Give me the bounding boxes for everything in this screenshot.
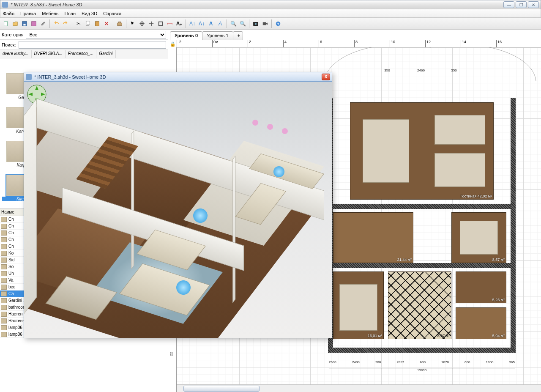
room-5[interactable]: 5,23 м² (456, 271, 506, 303)
undo-icon[interactable] (52, 19, 60, 28)
ruler-tick: 12 (425, 40, 431, 47)
dimension-label: 600 (464, 360, 470, 366)
select-icon[interactable] (128, 19, 137, 28)
catalog-tab[interactable]: Gardini (96, 50, 115, 58)
level-tabs: Уровень 0 Уровень 1 + (168, 30, 243, 40)
app-icon (2, 2, 8, 8)
search-row: Поиск: (0, 40, 168, 50)
dining-set[interactable] (363, 119, 409, 183)
item-icon (1, 244, 7, 249)
sofa[interactable] (434, 115, 485, 145)
plan-hscroll[interactable] (177, 384, 541, 392)
delete-icon[interactable]: ✕ (102, 19, 111, 28)
prefs-icon[interactable] (39, 19, 47, 28)
view3d-titlebar[interactable]: * INTER_3.sh3d - Sweet Home 3D X (24, 72, 332, 82)
create-room-icon[interactable] (156, 19, 165, 28)
item-icon (1, 312, 7, 317)
text-smaller-icon[interactable]: A↓ (197, 19, 206, 28)
ruler-tick: 16 (496, 40, 502, 47)
room-hall[interactable]: 8,97 м² (388, 271, 451, 339)
video-icon[interactable] (261, 19, 269, 28)
app-icon (26, 74, 32, 80)
create-walls-icon[interactable] (147, 19, 156, 28)
zoom-out-icon[interactable]: 🔍 (238, 19, 247, 28)
toolbar: ✂ ✕ A₊ A↑ A↓ A A 🔍 🔍 ? (0, 18, 541, 30)
item-icon (1, 237, 7, 242)
menu-edit[interactable]: Правка (20, 11, 36, 16)
ruler-tick: 10 (390, 40, 395, 47)
bed[interactable] (460, 221, 498, 255)
close-icon[interactable]: X (322, 74, 330, 80)
save-icon[interactable] (20, 19, 29, 28)
dimension-label: 2897 (397, 360, 404, 366)
open-icon[interactable] (11, 19, 19, 28)
menu-plan[interactable]: План (65, 11, 76, 16)
view3d-title: * INTER_3.sh3d - Sweet Home 3D (34, 74, 322, 79)
photo-icon[interactable] (251, 19, 260, 28)
tab-add-level[interactable]: + (233, 31, 243, 40)
view3d-window[interactable]: * INTER_3.sh3d - Sweet Home 3D X (24, 72, 332, 338)
copy-icon[interactable] (84, 19, 92, 28)
ruler-horizontal: -20м246810121416 (177, 40, 541, 47)
room-3[interactable]: 8,57 м² (451, 212, 506, 263)
main-titlebar: * INTER_3.sh3d - Sweet Home 3D — ❐ ✕ (0, 0, 541, 9)
menu-bar: Файл Правка Мебель План Вид 3D Справка (0, 9, 541, 18)
svg-rect-0 (4, 21, 8, 26)
menu-furniture[interactable]: Мебель (42, 11, 58, 16)
item-icon (1, 271, 7, 276)
tab-level0[interactable]: Уровень 0 (170, 31, 202, 40)
redo-icon[interactable] (61, 19, 70, 28)
ruler-tick: 8 (354, 40, 358, 47)
create-dim-icon[interactable] (166, 19, 174, 28)
text-bold-icon[interactable]: A (207, 19, 215, 28)
menu-help[interactable]: Справка (103, 11, 121, 16)
item-icon (1, 332, 7, 337)
paste-icon[interactable] (93, 19, 101, 28)
item-icon (1, 251, 7, 256)
help-icon[interactable]: ? (274, 19, 282, 28)
room-6[interactable]: 5,94 м² (456, 307, 506, 339)
bed[interactable] (339, 284, 377, 331)
item-icon (1, 278, 7, 283)
ruler-tick: 0м (212, 40, 218, 47)
create-text-icon[interactable]: A₊ (175, 19, 183, 28)
dimension-label: 1070 (441, 360, 449, 366)
dimension-label: 365 (509, 360, 515, 366)
view3d-canvas[interactable] (24, 82, 332, 338)
zoom-in-icon[interactable]: 🔍 (229, 19, 238, 28)
pan-icon[interactable] (138, 19, 146, 28)
svg-text:?: ? (277, 22, 279, 26)
maximize-button[interactable]: ❐ (516, 1, 527, 8)
item-icon (1, 291, 7, 296)
category-label: Категория (2, 32, 23, 37)
item-icon (1, 258, 7, 263)
add-furniture-icon[interactable] (115, 19, 124, 28)
menu-file[interactable]: Файл (3, 11, 14, 16)
item-icon (1, 217, 7, 222)
catalog-tabs: dvere kuchy... DVERI SKLA... Francesco_.… (0, 50, 168, 58)
saveas-icon[interactable] (30, 19, 38, 28)
room-living[interactable]: Гостиная 42,02 м² (350, 102, 494, 200)
svg-rect-12 (263, 22, 266, 25)
ruler-tick: 6 (319, 40, 322, 47)
ruler-tick: -2 (177, 40, 181, 47)
text-italic-icon[interactable]: A (216, 19, 224, 28)
close-button[interactable]: ✕ (528, 1, 539, 8)
svg-rect-9 (159, 22, 163, 25)
ruler-tick: 14 (461, 40, 466, 47)
text-bigger-icon[interactable]: A↑ (188, 19, 197, 28)
category-select[interactable]: Все (26, 31, 166, 38)
catalog-tab[interactable]: Francesco_... (66, 50, 97, 58)
svg-rect-8 (118, 22, 120, 23)
cut-icon[interactable]: ✂ (74, 19, 83, 28)
minimize-button[interactable]: — (503, 1, 514, 8)
catalog-tab[interactable]: dvere kuchy... (0, 50, 32, 58)
room-4[interactable]: 16,01 м² (333, 271, 384, 339)
catalog-tab[interactable]: DVERI SKLA... (32, 50, 66, 58)
room-2[interactable]: 21,44 м² (333, 212, 413, 263)
new-icon[interactable] (2, 19, 10, 28)
search-input[interactable] (19, 41, 166, 49)
menu-view3d[interactable]: Вид 3D (82, 11, 97, 16)
tab-level1[interactable]: Уровень 1 (202, 31, 233, 40)
sofa[interactable] (434, 153, 485, 187)
